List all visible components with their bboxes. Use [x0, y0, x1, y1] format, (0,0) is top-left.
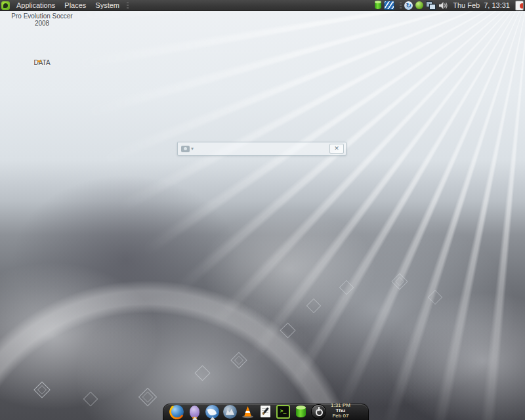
- running-indicator: [192, 417, 198, 420]
- chevron-down-icon[interactable]: ▾: [191, 146, 194, 152]
- amarok-icon[interactable]: [223, 405, 237, 419]
- menu-places[interactable]: Places: [60, 0, 91, 10]
- panel-clock[interactable]: Thu Feb 7, 13:31: [450, 1, 513, 9]
- wallpaper-diamond: [138, 388, 157, 406]
- logout-icon[interactable]: [515, 1, 524, 10]
- wallpaper-diamond: [339, 280, 354, 295]
- wallpaper-diamond: [306, 299, 322, 314]
- dock-clock-date: Feb 07: [332, 413, 348, 419]
- software-update-icon[interactable]: ↻: [404, 1, 413, 10]
- menu-applications[interactable]: Applications: [12, 0, 60, 10]
- search-input[interactable]: [196, 143, 327, 154]
- wallpaper-diamond: [194, 365, 210, 381]
- text-editor-icon[interactable]: [259, 405, 272, 419]
- firefox-icon[interactable]: [170, 405, 184, 419]
- panel-handle[interactable]: [127, 2, 129, 9]
- desktop-icon-pes2008[interactable]: Pro Evolution Soccer 2008: [7, 12, 77, 27]
- drive-applet-icon[interactable]: [375, 1, 381, 9]
- search-close-button[interactable]: ✕: [329, 144, 344, 154]
- wallpaper-diamond: [33, 381, 50, 398]
- top-panel: Applications Places System ↻ Thu Feb 7, …: [0, 0, 525, 11]
- vlc-icon[interactable]: [241, 405, 255, 419]
- thunderbird-icon[interactable]: [205, 405, 219, 419]
- panel-tray: ↻ Thu Feb 7, 13:31: [375, 1, 525, 10]
- search-category-icon[interactable]: [181, 146, 190, 152]
- panel-handle[interactable]: [400, 2, 402, 9]
- terminal-icon[interactable]: >_: [276, 405, 290, 419]
- pidgin-icon[interactable]: [188, 405, 201, 419]
- network-monitor-icon[interactable]: [384, 1, 394, 10]
- desktop-root: Applications Places System ↻ Thu Feb 7, …: [0, 0, 525, 420]
- dock-clock[interactable]: 1:31 PM Thu Feb 07: [331, 403, 350, 419]
- display-switcher-icon[interactable]: [426, 1, 436, 10]
- menu-system[interactable]: System: [91, 0, 124, 10]
- desktop-icon-data[interactable]: DATA: [7, 59, 77, 66]
- wallpaper-diamond: [230, 352, 247, 368]
- wallpaper-diamond: [428, 290, 443, 305]
- green-drive-icon[interactable]: [294, 405, 308, 419]
- desktop-search-widget: ▾ ✕: [177, 142, 346, 156]
- wallpaper-diamond: [83, 392, 98, 407]
- running-indicator: [210, 417, 215, 420]
- wallpaper-light-rays: [0, 0, 525, 420]
- volume-icon[interactable]: [438, 1, 448, 10]
- bottom-dock: >_ 1:31 PM Thu Feb 07: [163, 404, 369, 420]
- desktop-icon-label: DATA: [33, 59, 50, 66]
- desktop-icon-label: Pro Evolution Soccer 2008: [11, 12, 72, 27]
- status-green-icon[interactable]: [415, 1, 423, 9]
- wallpaper-diamond: [391, 273, 408, 289]
- power-button-icon[interactable]: [312, 405, 326, 419]
- wallpaper-diamond: [280, 322, 295, 338]
- distro-menu-icon[interactable]: [1, 1, 10, 10]
